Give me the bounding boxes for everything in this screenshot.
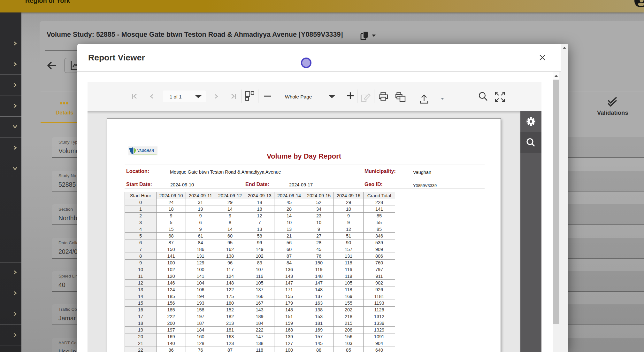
svg-text:VAUGHAN: VAUGHAN xyxy=(137,149,154,153)
